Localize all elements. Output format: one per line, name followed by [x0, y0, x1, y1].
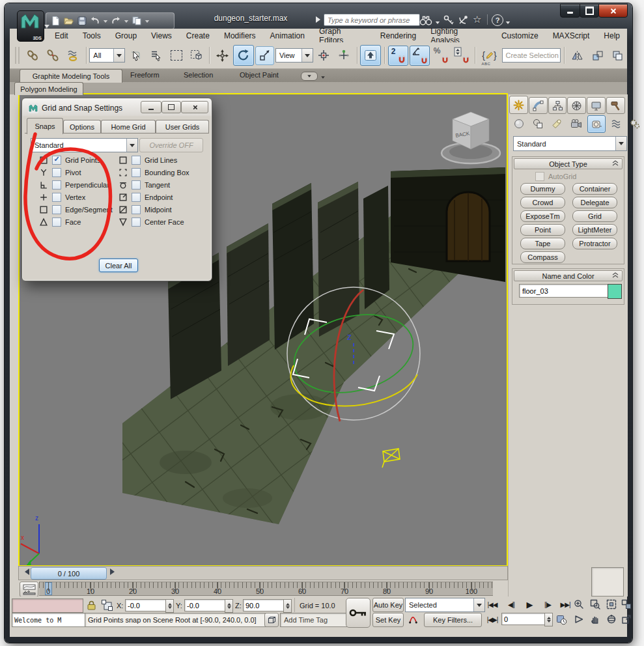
subtab-helpers[interactable]	[587, 115, 606, 133]
menu-rendering[interactable]: Rendering	[373, 30, 423, 42]
helper-category-dropdown[interactable]: Standard	[513, 136, 627, 151]
midpoint-checkbox[interactable]	[132, 205, 141, 214]
object-button-lightmeter[interactable]: LightMeter	[572, 224, 617, 236]
menu-maxscript[interactable]: MAXScript	[546, 30, 597, 42]
object-button-container[interactable]: Container	[572, 183, 617, 195]
face-checkbox[interactable]	[52, 218, 61, 227]
snap-preset-dropdown[interactable]: Standard	[31, 138, 138, 152]
minimize-button[interactable]	[560, 4, 580, 18]
angle-snap-toggle-icon[interactable]	[410, 46, 430, 66]
object-color-swatch[interactable]	[608, 284, 622, 299]
selection-lock-icon[interactable]	[86, 600, 97, 611]
search-input[interactable]	[324, 14, 420, 26]
object-button-delegate[interactable]: Delegate	[572, 197, 617, 208]
redo-icon[interactable]	[111, 16, 121, 26]
mirror-icon[interactable]	[568, 46, 587, 65]
object-button-protractor[interactable]: Protractor	[572, 238, 617, 249]
save-icon[interactable]	[77, 16, 87, 26]
autogrid-checkbox[interactable]	[535, 172, 544, 181]
zoom-all-icon[interactable]	[588, 598, 602, 611]
ribbon-minimize-toggle[interactable]	[301, 72, 318, 81]
window-crossing-icon[interactable]	[187, 46, 206, 65]
time-configuration-icon[interactable]	[554, 613, 568, 626]
grid-lines-checkbox[interactable]	[132, 156, 141, 165]
unlink-selection-icon[interactable]	[44, 46, 63, 65]
select-and-manipulate-icon[interactable]	[335, 46, 354, 65]
menu-help[interactable]: Help	[596, 30, 627, 42]
bind-to-spacewarp-icon[interactable]	[64, 46, 83, 65]
snaps-toggle-2d-icon[interactable]: 2	[388, 46, 408, 66]
ribbon-tab-object-paint[interactable]: Object Paint	[240, 71, 279, 79]
reference-coordinate-dropdown[interactable]: View	[275, 48, 313, 63]
menu-views[interactable]: Views	[144, 30, 179, 42]
menu-create[interactable]: Create	[179, 30, 217, 42]
object-name-field[interactable]	[519, 284, 609, 298]
dialog-maximize-button[interactable]	[161, 101, 181, 113]
close-button[interactable]	[598, 4, 628, 18]
dialog-tab-user-grids[interactable]: User Grids	[156, 120, 209, 133]
time-slider-track[interactable]: 0 / 100	[18, 566, 508, 580]
ribbon-tab-selection[interactable]: Selection	[184, 71, 213, 79]
object-button-compass[interactable]: Compass	[520, 251, 565, 263]
select-and-move-icon[interactable]	[213, 46, 232, 65]
orbit-icon[interactable]	[604, 613, 619, 626]
pivot-checkbox[interactable]	[52, 168, 61, 177]
center-face-checkbox[interactable]	[132, 218, 141, 227]
endpoint-checkbox[interactable]	[132, 193, 141, 202]
grid-points-checkbox[interactable]	[52, 156, 61, 165]
time-slider-thumb[interactable]: 0 / 100	[31, 567, 107, 580]
subtab-cameras[interactable]	[567, 115, 585, 132]
auto-key-button[interactable]: Auto Key	[372, 598, 404, 612]
tab-modify[interactable]	[529, 97, 548, 114]
object-button-crowd[interactable]: Crowd	[520, 197, 565, 208]
tab-motion[interactable]	[567, 97, 586, 114]
pan-hand-icon[interactable]	[588, 613, 602, 626]
object-type-rollout-header[interactable]: Object Type	[514, 158, 623, 169]
help-dropdown-icon[interactable]	[505, 18, 511, 27]
mini-curve-editor-button[interactable]	[20, 582, 38, 597]
tab-hierarchy[interactable]	[548, 97, 567, 114]
satellite-dish-icon[interactable]	[457, 14, 469, 26]
time-slider-right-arrow-icon[interactable]	[110, 569, 118, 575]
layer-manager-icon[interactable]	[608, 46, 627, 65]
go-to-start-icon[interactable]: |◀◀	[484, 598, 500, 611]
selection-filter-dropdown[interactable]: All	[89, 48, 125, 63]
use-pivot-center-icon[interactable]	[315, 46, 333, 65]
menu-customize[interactable]: Customize	[494, 30, 546, 42]
x-coordinate-field[interactable]	[125, 599, 168, 611]
maxscript-listener-line[interactable]: Welcome to M	[12, 613, 87, 627]
align-icon[interactable]	[588, 46, 607, 65]
qat-customize-dropdown-icon[interactable]	[145, 20, 149, 24]
add-time-tag[interactable]: Add Time Tag	[280, 613, 350, 627]
open-file-icon[interactable]	[63, 16, 74, 26]
percent-snap-toggle-icon[interactable]: %	[431, 46, 451, 65]
z-spinner[interactable]	[283, 599, 292, 613]
tangent-checkbox[interactable]	[132, 180, 141, 190]
object-button-dummy[interactable]: Dummy	[520, 183, 565, 195]
select-by-name-icon[interactable]	[147, 46, 165, 65]
zoom-icon[interactable]	[572, 598, 586, 611]
help-icon[interactable]: ?	[492, 14, 503, 26]
perpendicular-checkbox[interactable]	[52, 180, 61, 190]
menu-tools[interactable]: Tools	[76, 30, 108, 42]
rectangular-selection-region-icon[interactable]	[167, 46, 186, 65]
grid-snap-settings-dialog[interactable]: Grid and Snap Settings .dlg .xglyph::bef…	[21, 98, 212, 281]
select-and-rotate-icon[interactable]	[233, 45, 254, 66]
dialog-close-button[interactable]: .dlg .xglyph::before,.dlg .xglyph::after…	[181, 101, 208, 113]
undo-icon[interactable]	[90, 16, 100, 26]
track-bar[interactable]: 0 10 20 30 40 50 60 70 80 90 100	[39, 582, 493, 596]
tab-create[interactable]	[509, 96, 528, 114]
dialog-minimize-button[interactable]	[141, 101, 161, 113]
select-link-icon[interactable]	[23, 46, 42, 65]
maximize-viewport-toggle-icon[interactable]	[619, 613, 634, 626]
isolate-selection-icon[interactable]	[264, 613, 279, 627]
object-button-exposetm[interactable]: ExposeTm	[520, 210, 565, 222]
animate-selected-dropdown[interactable]: Selected	[405, 598, 485, 612]
menu-animation[interactable]: Animation	[263, 30, 312, 42]
undo-dropdown-icon[interactable]	[104, 20, 107, 24]
z-coordinate-field[interactable]	[243, 599, 286, 611]
key-mode-toggle-icon[interactable]: |◀▶|	[484, 613, 500, 626]
ribbon-options-dropdown-icon[interactable]	[320, 73, 326, 81]
next-frame-icon[interactable]: ||▶	[539, 598, 556, 611]
ribbon-subtab-polygon-modeling[interactable]: Polygon Modeling	[14, 82, 83, 95]
